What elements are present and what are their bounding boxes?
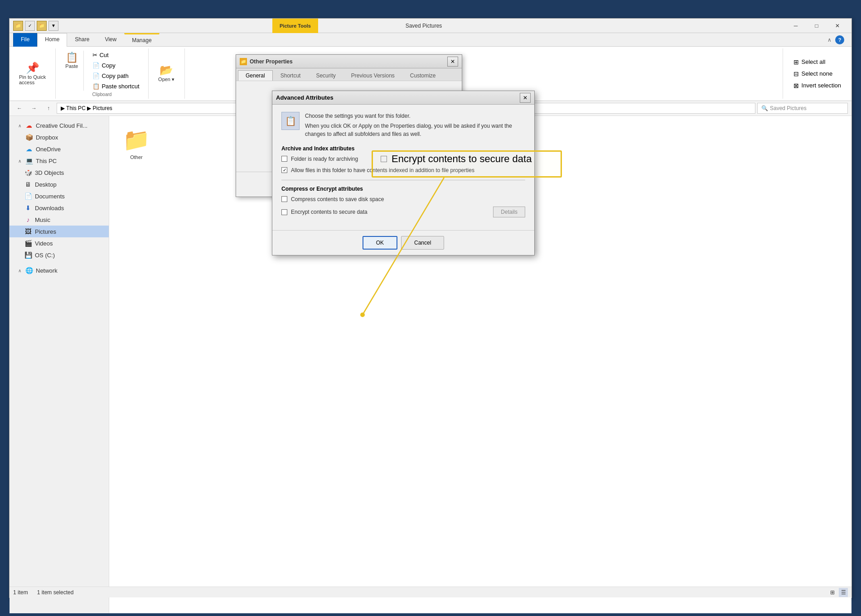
compress-section: Compress or Encrypt attributes Compress … — [281, 186, 525, 218]
advanced-ok-button[interactable]: OK — [363, 236, 397, 250]
encrypt-left: Encrypt contents to secure data — [281, 208, 368, 216]
compress-checkbox-label: Compress contents to save disk space — [291, 196, 384, 203]
tab-previous-versions[interactable]: Previous Versions — [343, 70, 402, 81]
advanced-title-bar: Advanced Attributes ✕ — [272, 91, 534, 105]
svg-point-1 — [360, 313, 365, 317]
compress-checkbox-row: Compress contents to save disk space — [281, 196, 525, 203]
header-line2: When you click OK or Apply on the Proper… — [305, 122, 525, 138]
index-checkbox-row: Allow files in this folder to have conte… — [281, 167, 525, 174]
compress-checkbox[interactable] — [281, 196, 287, 202]
encrypt-checkbox[interactable] — [281, 209, 287, 215]
other-properties-title-bar: 📁 Other Properties ✕ — [236, 55, 462, 68]
encrypt-checkbox-label: Encrypt contents to secure data — [291, 208, 368, 216]
tab-customize[interactable]: Customize — [402, 70, 444, 81]
archive-section: Archive and Index attributes Folder is r… — [281, 145, 525, 174]
dialog-overlay: 📁 Other Properties ✕ General Shortcut Se… — [0, 0, 861, 616]
advanced-content: 📋 Choose the settings you want for this … — [272, 105, 534, 230]
compress-section-title: Compress or Encrypt attributes — [281, 186, 525, 192]
advanced-cancel-button[interactable]: Cancel — [401, 236, 444, 250]
details-button[interactable]: Details — [493, 207, 525, 217]
archive-checkbox-label: Folder is ready for archiving — [291, 155, 358, 163]
encrypt-row: Encrypt contents to secure data Details — [281, 207, 525, 217]
other-properties-icon: 📁 — [240, 58, 247, 65]
section-divider — [281, 180, 525, 180]
archive-checkbox[interactable] — [281, 156, 287, 162]
index-checkbox[interactable] — [281, 167, 287, 173]
advanced-buttons: OK Cancel — [272, 230, 534, 255]
other-properties-close-button[interactable]: ✕ — [447, 57, 458, 67]
archive-section-title: Archive and Index attributes — [281, 145, 525, 152]
advanced-close-button[interactable]: ✕ — [520, 93, 531, 103]
advanced-header: 📋 Choose the settings you want for this … — [281, 112, 525, 138]
advanced-header-text: Choose the settings you want for this fo… — [305, 112, 525, 138]
archive-checkbox-row: Folder is ready for archiving — [281, 155, 525, 163]
advanced-attributes-dialog: Advanced Attributes ✕ 📋 Choose the setti… — [272, 91, 535, 255]
other-properties-tabs: General Shortcut Security Previous Versi… — [236, 68, 462, 81]
other-properties-title: Other Properties — [250, 58, 447, 65]
advanced-header-icon: 📋 — [281, 112, 300, 130]
index-checkbox-label: Allow files in this folder to have conte… — [291, 167, 474, 174]
tab-general[interactable]: General — [238, 70, 273, 81]
header-line1: Choose the settings you want for this fo… — [305, 112, 525, 120]
tab-security[interactable]: Security — [308, 70, 343, 81]
tab-shortcut[interactable]: Shortcut — [273, 70, 309, 81]
list-icon: 📋 — [285, 116, 296, 126]
advanced-title: Advanced Attributes — [276, 94, 520, 101]
